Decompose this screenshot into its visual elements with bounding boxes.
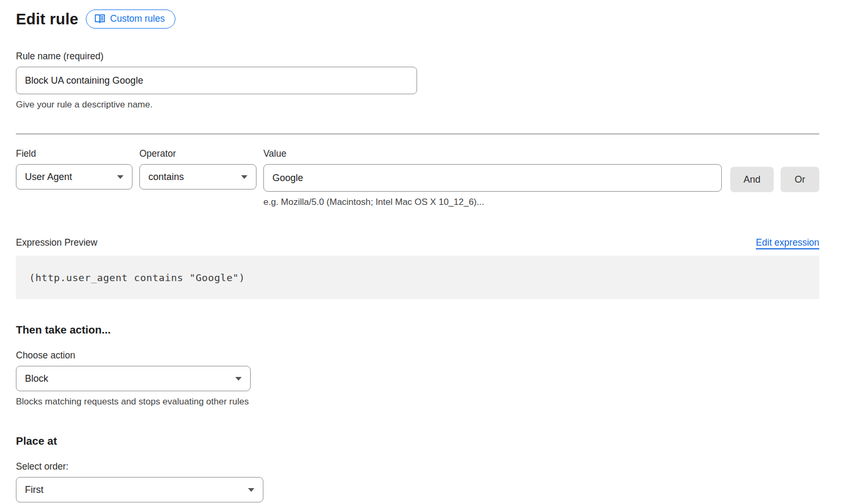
expression-code: (http.user_agent contains "Google") <box>29 272 245 283</box>
field-column: Field User Agent <box>16 148 132 190</box>
operator-column: Operator contains <box>139 148 256 190</box>
value-input[interactable] <box>263 164 722 192</box>
and-or-buttons: And Or <box>730 148 819 192</box>
operator-label: Operator <box>139 148 256 159</box>
operator-select-value: contains <box>148 172 184 183</box>
section-divider <box>16 133 819 134</box>
operator-select[interactable]: contains <box>139 164 256 190</box>
custom-rules-badge-label: Custom rules <box>110 13 165 24</box>
action-heading: Then take action... <box>16 323 819 336</box>
caret-down-icon <box>235 377 242 381</box>
edit-expression-link[interactable]: Edit expression <box>756 237 819 248</box>
action-select-value: Block <box>25 373 48 384</box>
place-at-heading: Place at <box>16 435 819 447</box>
placement-section: Place at Select order: First <box>16 435 819 502</box>
value-helper: e.g. Mozilla/5.0 (Macintosh; Intel Mac O… <box>263 197 722 208</box>
page-header: Edit rule Custom rules <box>16 10 819 29</box>
open-book-icon <box>94 14 105 24</box>
expression-code-box: (http.user_agent contains "Google") <box>16 256 819 299</box>
value-label: Value <box>263 148 722 159</box>
field-label: Field <box>16 148 132 159</box>
field-select[interactable]: User Agent <box>16 164 132 190</box>
order-select-value: First <box>25 484 43 496</box>
action-section: Then take action... Choose action Block … <box>16 323 819 407</box>
caret-down-icon <box>241 175 247 179</box>
and-button[interactable]: And <box>730 167 774 192</box>
action-helper: Blocks matching requests and stops evalu… <box>16 397 819 407</box>
rule-name-input[interactable] <box>16 67 417 94</box>
expression-preview-label: Expression Preview <box>16 237 98 248</box>
order-select[interactable]: First <box>16 477 263 502</box>
choose-action-label: Choose action <box>16 350 819 361</box>
rule-name-helper: Give your rule a descriptive name. <box>16 100 819 110</box>
custom-rules-badge-button[interactable]: Custom rules <box>86 10 175 29</box>
condition-builder-row: Field User Agent Operator contains Value… <box>16 148 819 208</box>
expression-preview-header: Expression Preview Edit expression <box>16 237 819 248</box>
field-select-value: User Agent <box>25 172 72 183</box>
caret-down-icon <box>248 488 254 492</box>
select-order-label: Select order: <box>16 461 819 472</box>
caret-down-icon <box>117 175 123 179</box>
edit-rule-page: Edit rule Custom rules Rule name (requir… <box>0 0 841 502</box>
expression-preview-section: Expression Preview Edit expression (http… <box>16 237 819 299</box>
rule-name-label: Rule name (required) <box>16 51 819 62</box>
page-title: Edit rule <box>16 11 78 28</box>
or-button[interactable]: Or <box>781 167 819 192</box>
action-select[interactable]: Block <box>16 366 251 391</box>
value-column: Value e.g. Mozilla/5.0 (Macintosh; Intel… <box>263 148 722 208</box>
rule-name-section: Rule name (required) Give your rule a de… <box>16 51 819 110</box>
